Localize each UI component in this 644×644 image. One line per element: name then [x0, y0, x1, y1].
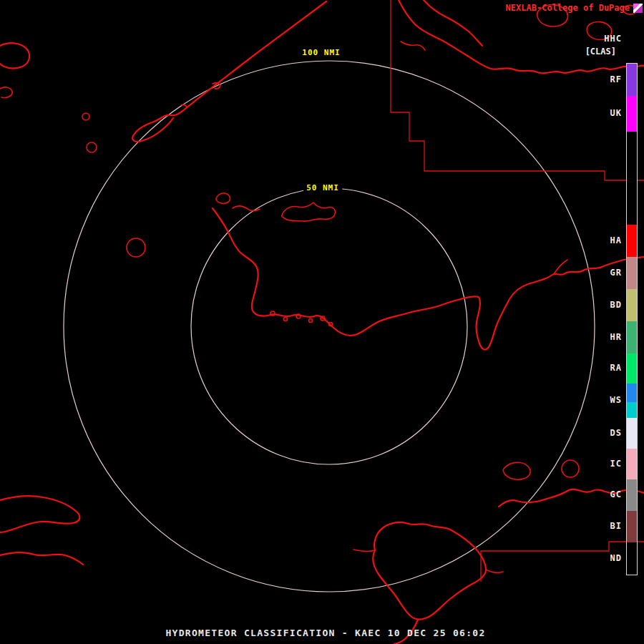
- legend-segment-bd: [627, 289, 637, 321]
- range-ring-label-100nmi: 100 NMI: [299, 47, 343, 58]
- island-group-west: [216, 193, 230, 203]
- legend-segment-nd: [627, 542, 637, 575]
- legend-segment-uk: [627, 96, 637, 132]
- legend-label-hr: HR: [590, 331, 622, 343]
- legend-label-nd: ND: [590, 552, 622, 564]
- coastline-arc-notch-2: [181, 104, 187, 107]
- cod-logo-icon: [633, 4, 643, 13]
- legend-segment-ra: [627, 353, 637, 384]
- small-island: [284, 318, 288, 321]
- small-ring-east: [562, 460, 579, 477]
- coastline-south-east-spur: [486, 570, 503, 572]
- legend-label-ws: WS: [590, 394, 622, 406]
- legend-segment-gr: [627, 257, 637, 289]
- island-northwest-corner: [0, 43, 29, 68]
- legend-segment-ds: [627, 418, 637, 449]
- legend-segment-ws: [627, 384, 637, 418]
- island-east: [503, 462, 530, 479]
- coastline-south-west-spur: [353, 550, 375, 552]
- island-northwest-corner-2: [0, 87, 12, 98]
- legend-segment-bi: [627, 511, 637, 542]
- radar-display: 100 NMI 50 NMI NEXLAB-College of DuPage …: [0, 0, 644, 644]
- legend-label-ra: RA: [590, 362, 622, 374]
- legend-label-ds: DS: [590, 427, 622, 439]
- coastlines: [0, 0, 644, 644]
- coastline-central: [213, 208, 644, 350]
- legend-label-uk: UK: [590, 107, 622, 119]
- product-title: HYDROMETEOR CLASSIFICATION - KAEC 10 DEC…: [165, 628, 485, 638]
- range-ring-50nmi: [191, 188, 467, 464]
- small-ring-northwest: [87, 142, 97, 152]
- coastline-south-island: [373, 522, 486, 620]
- legend-segment-rf: [627, 64, 637, 96]
- product-mode: [CLAS]: [585, 47, 616, 57]
- small-island: [309, 319, 313, 323]
- legend-label-gc: GC: [590, 489, 622, 500]
- bay-outline: [282, 203, 336, 221]
- coastline-northeast-inlet: [401, 42, 425, 50]
- product-code: HHC: [604, 34, 622, 44]
- range-ring-label-50nmi: 50 NMI: [303, 182, 342, 193]
- legend-bar: [626, 63, 638, 575]
- legend-label-ic: IC: [590, 458, 622, 469]
- legend-label-ha: HA: [590, 235, 622, 246]
- small-ring-west: [127, 238, 145, 257]
- coastline-northeast-upper: [424, 0, 482, 46]
- legend-label-bd: BD: [590, 299, 622, 311]
- legend-segment-ha: [627, 225, 637, 257]
- legend-segment-gc: [627, 479, 637, 511]
- coastline-southwest-1: [0, 496, 79, 532]
- legend-label-rf: RF: [590, 74, 622, 85]
- legend-segment-gap: [627, 132, 637, 225]
- legend-label-bi: BI: [590, 520, 622, 532]
- coastline-east: [499, 489, 644, 507]
- coastline-southwest-2: [0, 552, 83, 565]
- island-group-west-2: [233, 206, 260, 211]
- radar-map: [0, 0, 644, 644]
- brand-text: NEXLAB-College of DuPage: [506, 3, 630, 13]
- coastline-central-branch: [554, 260, 567, 274]
- legend-segment-hr: [627, 321, 637, 353]
- legend-label-gr: GR: [590, 267, 622, 278]
- border-northeast-stepped: [391, 0, 644, 180]
- legend-segment-ic: [627, 449, 637, 479]
- header-brand-row: NEXLAB-College of DuPage: [506, 3, 643, 13]
- small-ring-northwest-2: [82, 113, 89, 120]
